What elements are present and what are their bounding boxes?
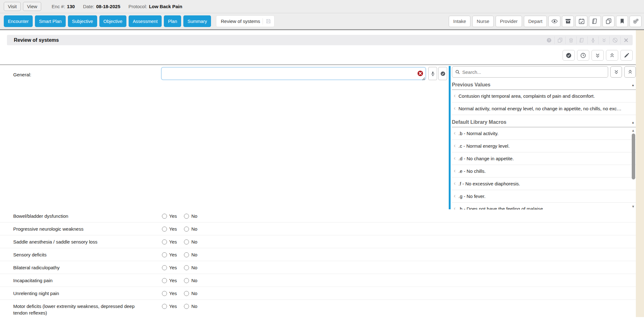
view-button[interactable]: View bbox=[23, 2, 41, 11]
previous-value-item[interactable]: ‹ Normal activity, normal energy level, … bbox=[452, 102, 636, 115]
macros-scrollbar[interactable]: ▲ ▼ bbox=[631, 129, 636, 208]
radio-circle[interactable] bbox=[184, 278, 189, 283]
insert-chevron-icon[interactable]: ‹ bbox=[454, 93, 456, 98]
macro-item[interactable]: ‹ .h - Does not have the feeling of mala… bbox=[452, 203, 636, 210]
no-radio[interactable]: No bbox=[184, 290, 197, 297]
section-tab[interactable]: Objective bbox=[99, 15, 126, 27]
macro-item[interactable]: ‹ .c - Normal energy level. bbox=[452, 140, 636, 152]
insert-chevron-icon[interactable]: ‹ bbox=[454, 168, 456, 173]
no-radio[interactable]: No bbox=[184, 226, 197, 232]
delete-icon[interactable] bbox=[565, 36, 576, 44]
radio-circle[interactable] bbox=[162, 265, 167, 270]
scroll-down-icon[interactable]: ▼ bbox=[631, 205, 635, 208]
provider-button[interactable]: Provider bbox=[496, 16, 522, 27]
no-radio[interactable]: No bbox=[184, 251, 197, 258]
yes-radio[interactable]: Yes bbox=[162, 264, 177, 271]
no-radio[interactable]: No bbox=[184, 303, 197, 310]
radio-circle[interactable] bbox=[162, 214, 167, 219]
settings-button[interactable] bbox=[630, 16, 641, 27]
insert-chevron-icon[interactable]: ‹ bbox=[454, 156, 456, 161]
depart-button[interactable]: Depart bbox=[524, 16, 547, 27]
radio-circle[interactable] bbox=[162, 239, 167, 244]
collapse-sections-button[interactable] bbox=[624, 66, 636, 78]
dictate-icon[interactable] bbox=[587, 36, 598, 44]
copy-button[interactable] bbox=[602, 16, 614, 27]
insert-chevron-icon[interactable]: ‹ bbox=[454, 206, 456, 210]
disable-icon[interactable] bbox=[609, 36, 620, 44]
collapse-triangle-icon[interactable]: ▲ bbox=[631, 121, 635, 124]
yes-radio[interactable]: Yes bbox=[162, 226, 177, 232]
scrollbar-thumb[interactable] bbox=[632, 134, 635, 179]
radio-circle[interactable] bbox=[162, 227, 167, 232]
collapse-triangle-icon[interactable]: ▲ bbox=[631, 83, 635, 87]
macro-item[interactable]: ‹ .d - No change in appetite. bbox=[452, 152, 636, 165]
previous-values-header[interactable]: Previous Values ▲ bbox=[452, 80, 636, 90]
insert-chevron-icon[interactable]: ‹ bbox=[454, 193, 456, 198]
insert-chevron-icon[interactable]: ‹ bbox=[454, 181, 456, 186]
general-input[interactable] bbox=[161, 67, 426, 80]
macro-item[interactable]: ‹ .b - Normal activity. bbox=[452, 127, 636, 140]
section-tab[interactable]: Assessment bbox=[129, 15, 162, 27]
calendar-button[interactable] bbox=[575, 16, 587, 27]
yes-radio[interactable]: Yes bbox=[162, 251, 177, 258]
no-radio[interactable]: No bbox=[184, 264, 197, 271]
section-tab[interactable]: Subjective bbox=[68, 15, 97, 27]
section-tab[interactable]: Encounter bbox=[4, 15, 33, 27]
yes-radio[interactable]: Yes bbox=[162, 277, 177, 284]
radio-circle[interactable] bbox=[184, 304, 189, 309]
dictate-field-button[interactable] bbox=[428, 67, 437, 80]
clear-field-icon[interactable] bbox=[417, 70, 423, 76]
insert-chevron-icon[interactable]: ‹ bbox=[454, 130, 456, 135]
nurse-button[interactable]: Nurse bbox=[472, 16, 494, 27]
radio-circle[interactable] bbox=[162, 304, 167, 309]
preview-button[interactable] bbox=[548, 16, 560, 27]
help-icon[interactable]: ? bbox=[543, 36, 554, 44]
radio-circle[interactable] bbox=[184, 227, 189, 232]
save-icon[interactable] bbox=[265, 18, 271, 24]
section-tab[interactable]: Plan bbox=[164, 15, 181, 27]
resize-handle[interactable] bbox=[422, 76, 425, 79]
bookmark-button[interactable] bbox=[616, 16, 628, 27]
no-radio[interactable]: No bbox=[184, 277, 197, 284]
yes-radio[interactable]: Yes bbox=[162, 303, 177, 310]
expand-all-icon[interactable] bbox=[598, 36, 609, 44]
library-icon[interactable] bbox=[576, 36, 587, 44]
yes-radio[interactable]: Yes bbox=[162, 290, 177, 297]
macros-header[interactable]: Default Library Macros ▲ bbox=[452, 118, 636, 127]
scroll-up-icon[interactable]: ▲ bbox=[631, 129, 635, 132]
macro-item[interactable]: ‹ .g - No fever. bbox=[452, 190, 636, 203]
radio-circle[interactable] bbox=[184, 291, 189, 296]
yes-radio[interactable]: Yes bbox=[162, 238, 177, 245]
macro-item[interactable]: ‹ .e - No chills. bbox=[452, 165, 636, 178]
section-tab[interactable]: Summary bbox=[183, 15, 211, 27]
radio-circle[interactable] bbox=[184, 252, 189, 257]
yes-radio[interactable]: Yes bbox=[162, 213, 177, 219]
no-radio[interactable]: No bbox=[184, 238, 197, 245]
copy-note-icon[interactable] bbox=[554, 36, 565, 44]
section-tab[interactable]: Smart Plan bbox=[35, 15, 66, 27]
library-button[interactable] bbox=[589, 16, 601, 27]
confirm-field-button[interactable] bbox=[438, 67, 447, 80]
search-input[interactable] bbox=[462, 69, 608, 75]
history-button[interactable] bbox=[577, 50, 589, 61]
active-tab[interactable]: Review of systems bbox=[216, 15, 275, 27]
previous-value-item[interactable]: ‹ Contusion right temporal area, complai… bbox=[452, 90, 636, 102]
no-radio[interactable]: No bbox=[184, 213, 197, 219]
insert-chevron-icon[interactable]: ‹ bbox=[454, 143, 456, 148]
expand-sections-button[interactable] bbox=[610, 66, 622, 78]
intake-button[interactable]: Intake bbox=[449, 16, 470, 27]
collapse-fields-button[interactable] bbox=[606, 50, 618, 61]
expand-fields-button[interactable] bbox=[591, 50, 604, 61]
search-box[interactable] bbox=[452, 66, 608, 78]
radio-circle[interactable] bbox=[162, 252, 167, 257]
close-icon[interactable] bbox=[620, 36, 631, 44]
complete-check-button[interactable] bbox=[563, 50, 575, 61]
archive-button[interactable] bbox=[562, 16, 574, 27]
visit-button[interactable]: Visit bbox=[4, 2, 21, 11]
insert-chevron-icon[interactable]: ‹ bbox=[454, 106, 456, 111]
radio-circle[interactable] bbox=[184, 239, 189, 244]
radio-circle[interactable] bbox=[162, 278, 167, 283]
radio-circle[interactable] bbox=[162, 291, 167, 296]
edit-button[interactable] bbox=[620, 50, 633, 61]
radio-circle[interactable] bbox=[184, 265, 189, 270]
